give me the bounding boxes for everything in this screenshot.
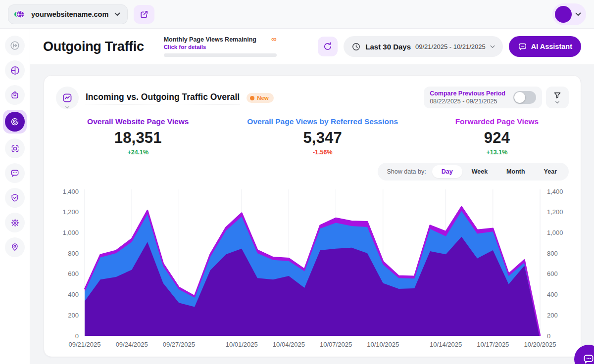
collapse-arrow-icon [9, 40, 20, 51]
svg-text:09/21/2025: 09/21/2025 [68, 341, 100, 348]
shopping-bag-icon [10, 90, 20, 100]
gear-icon [10, 218, 20, 228]
svg-text:800: 800 [547, 250, 558, 257]
sidebar-item-settings[interactable] [5, 213, 25, 232]
ai-assistant-label: AI Assistant [531, 43, 572, 50]
svg-text:200: 200 [547, 312, 558, 319]
sidebar-item-tracking[interactable] [5, 138, 25, 158]
sidebar [0, 29, 30, 364]
card-icon-button[interactable] [56, 87, 79, 109]
funnel-icon [553, 91, 562, 100]
page-title: Outgoing Traffic [43, 39, 144, 54]
user-menu[interactable] [552, 3, 586, 25]
infinity-icon: ∞ [271, 36, 277, 42]
stat-overall-page-views: Overall Website Page Views 18,351 +24.1% [56, 117, 220, 156]
svg-text:10/07/2025: 10/07/2025 [320, 341, 352, 348]
date-range-picker[interactable]: Last 30 Days 09/21/2025 - 10/21/2025 [344, 36, 502, 57]
svg-text:10/01/2025: 10/01/2025 [226, 341, 258, 348]
topbar: yourwebsitename.com [0, 0, 594, 29]
svg-text:10/20/2025: 10/20/2025 [524, 341, 556, 348]
svg-text:09/24/2025: 09/24/2025 [116, 341, 148, 348]
refresh-icon [323, 42, 333, 51]
svg-text:800: 800 [68, 250, 79, 257]
open-website-button[interactable] [134, 5, 154, 24]
svg-text:600: 600 [547, 270, 558, 277]
granularity-year[interactable]: Year [535, 165, 566, 178]
quota-progress-bar [164, 53, 277, 57]
page-header: Outgoing Traffic Monthly Page Views Rema… [30, 29, 594, 64]
chevron-down-icon [555, 101, 560, 104]
traffic-overview-card: Incoming vs. Outgoing Traffic Overall Ne… [44, 75, 581, 357]
card-title[interactable]: Incoming vs. Outgoing Traffic Overall [86, 92, 240, 104]
date-range-label: Last 30 Days [365, 43, 411, 51]
shield-check-icon [10, 193, 20, 203]
sidebar-item-messages[interactable] [5, 163, 25, 183]
orange-dot-icon [250, 96, 254, 100]
svg-text:400: 400 [68, 291, 79, 298]
ai-assistant-button[interactable]: AI Assistant [509, 36, 581, 57]
granularity-month[interactable]: Month [497, 165, 534, 178]
clock-icon [351, 42, 361, 51]
external-link-icon [139, 9, 149, 19]
stats-row: Overall Website Page Views 18,351 +24.1%… [56, 117, 569, 156]
quota-widget: Monthly Page Views Remaining ∞ Click for… [164, 36, 277, 57]
svg-text:1,400: 1,400 [62, 188, 79, 195]
svg-text:10/04/2025: 10/04/2025 [273, 341, 305, 348]
stat-referred-sessions: Overall Page Views by Referred Sessions … [220, 117, 425, 156]
pie-chart-icon [10, 65, 20, 76]
new-badge: New [247, 93, 274, 103]
sidebar-item-security[interactable] [5, 188, 25, 208]
svg-text:1,400: 1,400 [547, 188, 563, 195]
refresh-button[interactable] [318, 37, 338, 56]
granularity-week[interactable]: Week [462, 165, 497, 178]
svg-text:200: 200 [68, 312, 79, 319]
chevron-down-icon [490, 45, 495, 48]
svg-text:400: 400 [547, 291, 558, 298]
sidebar-item-outgoing-traffic[interactable] [3, 110, 27, 134]
filter-button[interactable] [546, 87, 569, 108]
svg-text:10/14/2025: 10/14/2025 [430, 341, 462, 348]
svg-text:1,000: 1,000 [547, 229, 563, 236]
granularity-switcher: Show data by: Day Week Month Year [378, 163, 569, 181]
svg-text:10/10/2025: 10/10/2025 [367, 341, 399, 348]
compare-label: Compare Previous Period [430, 90, 505, 97]
show-data-by-label: Show data by: [387, 168, 426, 175]
svg-text:1,200: 1,200 [62, 208, 79, 216]
sidebar-item-overview[interactable] [5, 60, 25, 80]
radar-traffic-icon [5, 112, 25, 132]
compare-range: 08/22/2025 - 09/21/2025 [430, 98, 505, 105]
svg-text:09/27/2025: 09/27/2025 [163, 341, 195, 348]
chevron-down-icon [575, 12, 581, 16]
chevron-down-icon [65, 106, 70, 109]
chat-bubble-icon [583, 353, 594, 364]
quota-label: Monthly Page Views Remaining [164, 36, 256, 43]
website-name: yourwebsitename.com [31, 10, 108, 18]
map-pin-icon [10, 242, 20, 252]
sidebar-item-store[interactable] [5, 85, 25, 105]
sidebar-item-collapse[interactable] [5, 36, 25, 55]
svg-text:10/17/2025: 10/17/2025 [477, 341, 509, 348]
compare-previous-period: Compare Previous Period 08/22/2025 - 09/… [424, 87, 542, 108]
stat-forwarded-page-views: Forwarded Page Views 924 +13.1% [425, 117, 569, 156]
scan-target-icon [10, 143, 20, 154]
avatar [555, 6, 572, 23]
svg-text:1,000: 1,000 [62, 229, 79, 236]
compare-toggle[interactable] [513, 91, 536, 104]
website-selector[interactable]: yourwebsitename.com [8, 4, 128, 24]
chat-bubble-icon [10, 168, 20, 178]
svg-text:600: 600 [68, 270, 79, 277]
quota-details-link[interactable]: Click for details [164, 44, 277, 50]
chevron-down-icon [114, 12, 120, 16]
trend-chart-icon [62, 92, 73, 103]
date-range-value: 09/21/2025 - 10/21/2025 [415, 43, 486, 50]
ai-chat-icon [518, 42, 527, 51]
content-area: Incoming vs. Outgoing Traffic Overall Ne… [30, 64, 594, 364]
traffic-area-chart[interactable]: 002002004004006006008008001,0001,0001,20… [56, 184, 569, 351]
granularity-day[interactable]: Day [432, 165, 462, 178]
globe-icon [13, 8, 25, 20]
svg-text:1,200: 1,200 [547, 208, 563, 216]
sidebar-item-locations[interactable] [5, 237, 25, 257]
svg-text:0: 0 [547, 332, 550, 340]
svg-text:0: 0 [75, 332, 79, 340]
